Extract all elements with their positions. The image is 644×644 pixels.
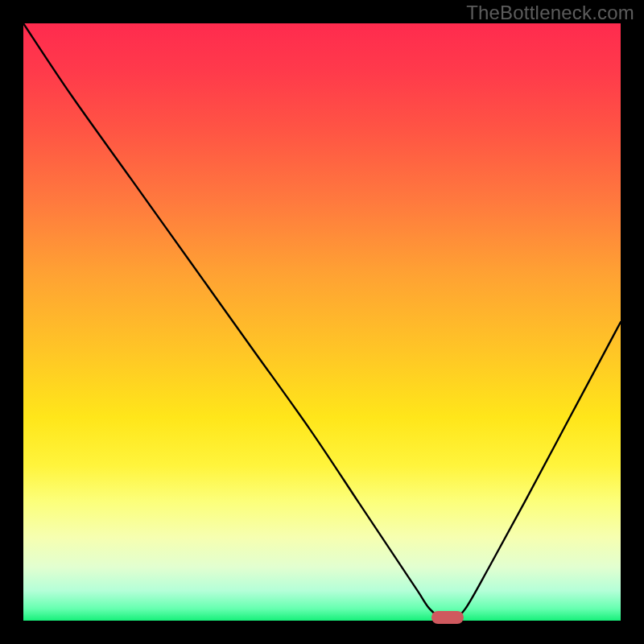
plot-area <box>23 23 621 621</box>
chart-frame: TheBottleneck.com <box>0 0 644 644</box>
bottleneck-curve <box>23 23 621 619</box>
curve-layer <box>23 23 621 621</box>
optimal-marker <box>431 611 464 624</box>
watermark-label: TheBottleneck.com <box>466 2 634 24</box>
